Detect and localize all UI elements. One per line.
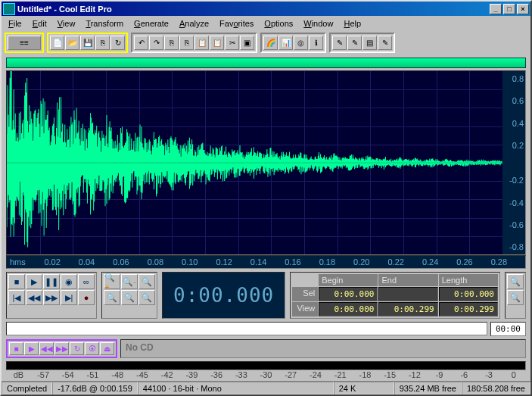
close-button[interactable]: ×: [517, 4, 529, 14]
zoom-out-button[interactable]: 🔍-: [121, 274, 138, 289]
script3-button[interactable]: ▤: [362, 36, 377, 50]
status-time-free: 180:58.208 free: [462, 382, 530, 394]
goto-start-button[interactable]: |◀: [8, 290, 25, 305]
amp-tick: 0.6: [504, 96, 524, 105]
maximize-button[interactable]: □: [503, 4, 515, 14]
convert-button[interactable]: ↻: [110, 36, 125, 50]
view-end-value[interactable]: 0:00.299: [378, 302, 437, 316]
amp-tick: -0.2: [504, 176, 524, 185]
time-display[interactable]: 0:00.000: [162, 272, 285, 319]
new-button[interactable]: 📄: [50, 36, 64, 50]
mode-toggle-button[interactable]: ≡≡: [8, 36, 41, 50]
menu-edit[interactable]: Edit: [27, 17, 52, 30]
toolbar-group-file: 📄 📂 💾 ⎘ ↻: [47, 33, 128, 53]
cd-record-button[interactable]: ⦿: [85, 342, 99, 355]
loop-button[interactable]: ∞: [78, 274, 95, 289]
batch-button[interactable]: ⎘: [95, 36, 110, 50]
vzoom-in-button[interactable]: 🔍: [507, 274, 524, 289]
script1-button[interactable]: ✎: [332, 36, 347, 50]
spectral-button[interactable]: 🌈: [263, 36, 278, 50]
view-length-value[interactable]: 0:00.299: [439, 302, 498, 316]
menu-favorites[interactable]: Favorites: [214, 17, 259, 30]
amp-tick: 0.8: [504, 74, 524, 83]
record-button[interactable]: ●: [78, 290, 95, 305]
zoom-full-button[interactable]: 🔍: [138, 274, 155, 289]
redo-button[interactable]: ↷: [149, 36, 163, 50]
cd-stop-button[interactable]: ■: [9, 342, 23, 355]
info-button[interactable]: ℹ: [309, 36, 323, 50]
cd-prev-button[interactable]: ◀◀: [39, 342, 54, 355]
menu-help[interactable]: Help: [338, 17, 366, 30]
mixpaste-button[interactable]: 📋: [210, 36, 224, 50]
db-tick: -45: [130, 370, 155, 381]
paste-button[interactable]: 📋: [194, 36, 209, 50]
menu-options[interactable]: Options: [259, 17, 298, 30]
freq-button[interactable]: 📊: [278, 36, 293, 50]
time-tick: 0.26: [456, 256, 490, 268]
menu-generate[interactable]: Generate: [129, 17, 174, 30]
toolbar: ≡≡ 📄 📂 💾 ⎘ ↻ ↶ ↷ ⎘ ⎘ 📋 📋 ✂ ▣ 🌈 📊 ◎ ℹ ✎: [2, 30, 530, 55]
amp-tick: 0.4: [504, 119, 524, 128]
cd-eject-button[interactable]: ⏏: [100, 342, 114, 355]
menu-window[interactable]: Window: [298, 17, 338, 30]
menu-file[interactable]: File: [3, 17, 27, 30]
undo-button[interactable]: ↶: [134, 36, 148, 50]
sel-end-value[interactable]: [378, 287, 437, 301]
amp-tick: 0.2: [504, 141, 524, 150]
open-button[interactable]: 📂: [65, 36, 79, 50]
play-button[interactable]: ▶: [26, 274, 42, 289]
cd-next-button[interactable]: ▶▶: [54, 342, 69, 355]
db-tick: -21: [328, 370, 353, 381]
db-tick: -24: [303, 370, 328, 381]
time-tick: 0.18: [319, 256, 353, 268]
vzoom-out-button[interactable]: 🔍: [507, 290, 524, 305]
level-meter[interactable]: [6, 361, 526, 370]
play-looped-button[interactable]: ◉: [61, 274, 77, 289]
cd-play-button[interactable]: ▶: [24, 342, 39, 355]
menu-transform[interactable]: Transform: [80, 17, 129, 30]
pause-button[interactable]: ❚❚: [43, 274, 60, 289]
rewind-button[interactable]: ◀◀: [26, 290, 42, 305]
copy-button[interactable]: ⎘: [164, 36, 179, 50]
forward-button[interactable]: ▶▶: [43, 290, 60, 305]
script4-button[interactable]: ✎: [378, 36, 392, 50]
zoom-in-left-button[interactable]: 🔍: [121, 290, 138, 305]
time-tick: 0.14: [250, 256, 285, 268]
overview-bar[interactable]: [6, 58, 526, 68]
db-tick: -27: [278, 370, 303, 381]
time-tick: 0.06: [113, 256, 147, 268]
db-tick: -33: [229, 370, 254, 381]
view-begin-value[interactable]: 0:00.000: [319, 302, 378, 316]
script2-button[interactable]: ✎: [347, 36, 362, 50]
phase-button[interactable]: ◎: [294, 36, 308, 50]
window-title: Untitled* - Cool Edit Pro: [17, 5, 490, 14]
db-tick: -42: [154, 370, 179, 381]
toolbar-group-mode: ≡≡: [5, 33, 44, 53]
zoom-sel-button[interactable]: 🔍: [104, 290, 120, 305]
titlebar: Untitled* - Cool Edit Pro _ □ ×: [2, 2, 530, 16]
vertical-zoom-controls: 🔍 🔍: [505, 272, 526, 319]
cut-button[interactable]: ✂: [225, 36, 239, 50]
copy2-button[interactable]: ⎘: [179, 36, 194, 50]
zoom-in-right-button[interactable]: 🔍: [138, 290, 155, 305]
waveform-display[interactable]: 0.80.60.40.2-0.2-0.4-0.6-0.8: [6, 70, 526, 255]
save-button[interactable]: 💾: [80, 36, 95, 50]
goto-end-button[interactable]: ▶|: [61, 290, 77, 305]
trim-button[interactable]: ▣: [240, 36, 254, 50]
cd-refresh-button[interactable]: ↻: [70, 342, 84, 355]
time-ruler[interactable]: hms0.020.040.060.080.100.120.140.160.180…: [6, 255, 526, 269]
header-begin: Begin: [319, 274, 378, 286]
sel-begin-value[interactable]: 0:00.000: [319, 287, 378, 301]
time-tick: 0.20: [353, 256, 387, 268]
menu-analyze[interactable]: Analyze: [174, 17, 214, 30]
status-size: 24 K: [334, 382, 394, 394]
menu-view[interactable]: View: [52, 17, 81, 30]
stop-button[interactable]: ■: [8, 274, 25, 289]
header-length: Length: [439, 274, 498, 286]
sel-length-value[interactable]: 0:00.000: [439, 287, 498, 301]
zoom-in-button[interactable]: 🔍+: [104, 274, 120, 289]
minimize-button[interactable]: _: [490, 4, 502, 14]
db-tick: 0: [501, 370, 526, 381]
label-view: View: [292, 302, 318, 316]
transport-controls: ■ ▶ ❚❚ ◉ ∞ |◀ ◀◀ ▶▶ ▶| ●: [6, 272, 97, 319]
